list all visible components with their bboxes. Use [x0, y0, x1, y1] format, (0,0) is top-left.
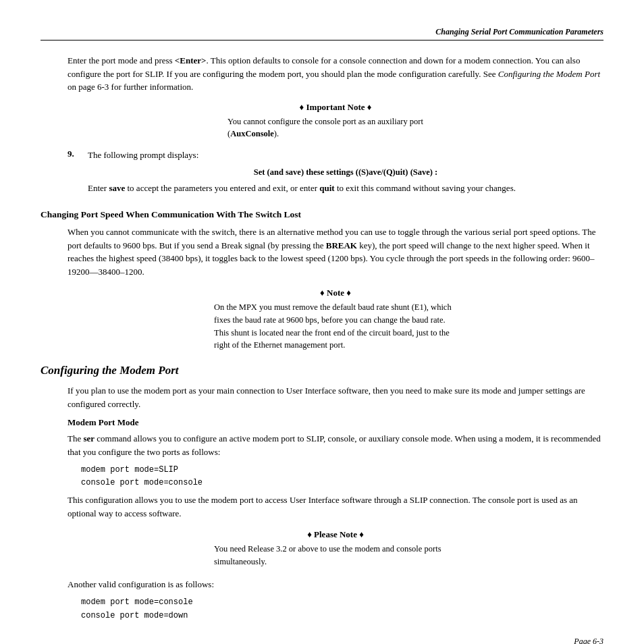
page: Changing Serial Port Communication Param…	[0, 0, 644, 644]
prompt-display: Set (and save) these settings ((S)ave/(Q…	[88, 167, 603, 178]
modem-port-body: If you plan to use the modem port as you…	[68, 384, 603, 622]
note-content: On the MPX you must remove the default b…	[214, 301, 457, 352]
ser-command: ser	[83, 433, 95, 444]
section-port-speed: Changing Port Speed When Communication W…	[41, 209, 603, 352]
step9-text: Enter save to accept the parameters you …	[88, 182, 603, 195]
section-port-speed-paragraph: When you cannot communicate with the swi…	[68, 225, 603, 278]
step-label: The following prompt displays:	[88, 149, 603, 162]
note-title: ♦ Note ♦	[207, 288, 464, 298]
modem-port-mode-paragraph1: The ser command allows you to configure …	[68, 432, 603, 458]
important-note-title: ♦ Important Note ♦	[221, 102, 450, 113]
section-modem-port: Configuring the Modem Port If you plan t…	[41, 364, 603, 622]
step-9: 9. The following prompt displays: Set (a…	[68, 149, 603, 200]
modem-port-mode-section: Modem Port Mode The ser command allows y…	[68, 417, 603, 622]
please-note-content: You need Release 3.2 or above to use the…	[214, 543, 457, 568]
intro-paragraph: Enter the port mode and press <Enter>. T…	[68, 54, 603, 94]
code-block-2: modem port mode=console console port mod…	[81, 596, 603, 622]
break-key: BREAK	[326, 240, 357, 250]
intro-section: Enter the port mode and press <Enter>. T…	[68, 54, 603, 200]
important-note-content: You cannot configure the console port as…	[227, 115, 444, 141]
page-number: Page 6-3	[574, 637, 603, 644]
modem-port-intro: If you plan to use the modem port as you…	[68, 384, 603, 410]
section-port-speed-body: When you cannot communicate with the swi…	[68, 225, 603, 352]
step-number: 9.	[68, 149, 88, 200]
header-title: Changing Serial Port Communication Param…	[435, 27, 603, 37]
modem-port-title: Configuring the Modem Port	[41, 364, 603, 377]
step-content: The following prompt displays: Set (and …	[88, 149, 603, 200]
modem-port-mode-paragraph2: This configuration allows you to use the…	[68, 493, 603, 520]
please-note-box: ♦ Please Note ♦ You need Release 3.2 or …	[207, 529, 464, 568]
please-note-title: ♦ Please Note ♦	[207, 529, 464, 540]
note-box: ♦ Note ♦ On the MPX you must remove the …	[207, 288, 464, 352]
enter-key: <Enter>	[175, 55, 207, 65]
section-port-speed-title: Changing Port Speed When Communication W…	[41, 209, 603, 220]
modem-port-mode-title: Modem Port Mode	[68, 417, 603, 428]
auxconsole-keyword: AuxConsole	[230, 129, 274, 138]
important-note-box: ♦ Important Note ♦ You cannot configure …	[221, 102, 450, 141]
quit-keyword: quit	[319, 183, 334, 193]
page-header: Changing Serial Port Communication Param…	[41, 27, 603, 41]
save-keyword: save	[109, 183, 125, 193]
modem-port-mode-paragraph3: Another valid configuration is as follow…	[68, 578, 603, 591]
reference-text: Configuring the Modem Port	[498, 69, 600, 79]
code-block-1: modem port mode=SLIP console port mode=c…	[81, 464, 603, 489]
